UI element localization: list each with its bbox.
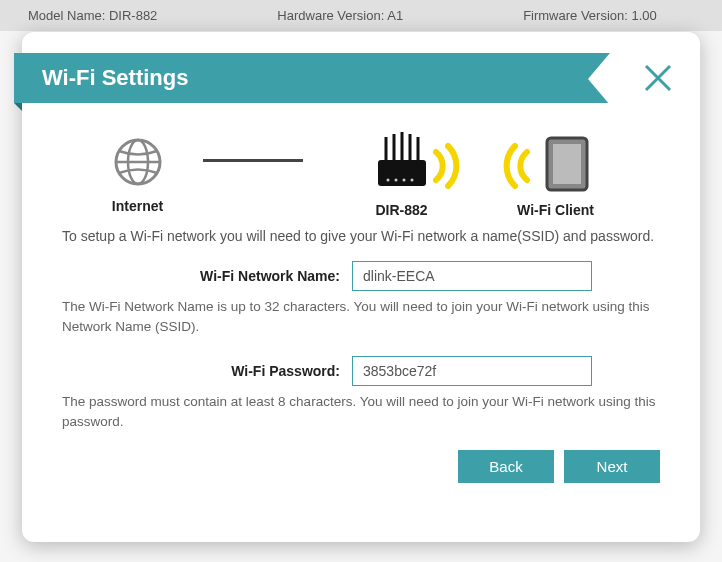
- close-icon[interactable]: [640, 60, 676, 96]
- ssid-help-text: The Wi-Fi Network Name is up to 32 chara…: [62, 297, 660, 338]
- svg-rect-10: [378, 160, 426, 186]
- password-help-text: The password must contain at least 8 cha…: [62, 392, 660, 433]
- network-diagram: Internet DIR-88: [92, 132, 630, 218]
- svg-point-14: [410, 179, 413, 182]
- wifi-settings-modal: Wi-Fi Settings Internet: [22, 32, 700, 542]
- internet-label: Internet: [112, 198, 163, 214]
- model-name: Model Name: DIR-882: [28, 8, 157, 23]
- svg-point-11: [386, 179, 389, 182]
- client-device-icon: [501, 132, 611, 192]
- back-button[interactable]: Back: [458, 450, 554, 483]
- svg-rect-16: [553, 144, 581, 184]
- modal-title: Wi-Fi Settings: [14, 53, 610, 103]
- next-button[interactable]: Next: [564, 450, 660, 483]
- router-icon: [342, 132, 462, 192]
- svg-point-12: [394, 179, 397, 182]
- password-label: Wi-Fi Password:: [62, 363, 352, 379]
- svg-point-13: [402, 179, 405, 182]
- router-label: DIR-882: [375, 202, 427, 218]
- client-label: Wi-Fi Client: [517, 202, 594, 218]
- ssid-input[interactable]: [352, 261, 592, 291]
- firmware-version: Firmware Version: 1.00: [523, 8, 657, 23]
- intro-text: To setup a Wi-Fi network you will need t…: [62, 226, 660, 247]
- device-info-bar: Model Name: DIR-882 Hardware Version: A1…: [0, 0, 722, 31]
- password-input[interactable]: [352, 356, 592, 386]
- globe-icon: [112, 136, 164, 188]
- wired-connector: [203, 159, 303, 162]
- ssid-label: Wi-Fi Network Name:: [62, 268, 352, 284]
- hardware-version: Hardware Version: A1: [277, 8, 403, 23]
